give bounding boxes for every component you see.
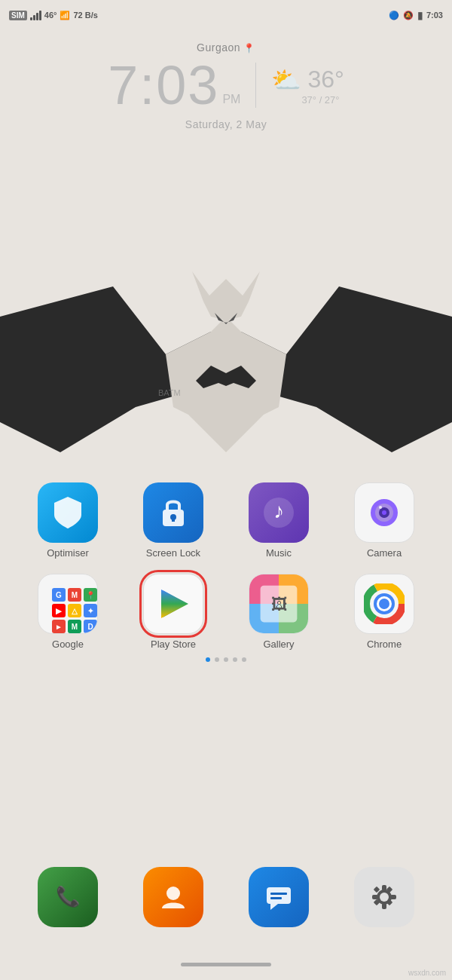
app-label-screenlock: Screen Lock xyxy=(146,547,200,559)
dock-icon-contacts xyxy=(143,867,203,927)
phone-icon: 📞 xyxy=(52,881,84,913)
app-music[interactable]: ♪ Music xyxy=(237,482,320,559)
carrier-label: SIM xyxy=(9,11,27,20)
notification-bell-icon: 🔕 xyxy=(403,11,414,20)
music-note-icon: ♪ xyxy=(261,495,296,530)
network-speed: 72 B/s xyxy=(73,11,97,20)
clock-weather-divider xyxy=(255,63,256,108)
clock-ampm: PM xyxy=(222,93,240,106)
settings-gear-icon xyxy=(365,877,404,917)
app-row-1: Optimiser Screen Lock ♪ Music xyxy=(15,482,437,559)
page-dot-5[interactable] xyxy=(242,657,246,662)
app-playstore[interactable]: Play Store xyxy=(132,574,215,650)
clock-weather-row: 7:03 PM ⛅ 36° 37° / 27° xyxy=(0,58,452,112)
google-g-icon: G xyxy=(52,588,66,602)
svg-rect-37 xyxy=(372,895,378,899)
dock-icon-messages xyxy=(249,867,309,927)
app-label-gallery: Gallery xyxy=(263,639,294,650)
dock-icon-phone: 📞 xyxy=(38,867,98,927)
battery-icon: ▮ xyxy=(417,10,423,21)
app-icon-google: G M 📍 ▶ △ ✦ ► M D xyxy=(38,574,98,634)
app-icon-optimiser xyxy=(38,482,98,543)
home-bar[interactable] xyxy=(181,963,271,966)
gmail-icon: M xyxy=(68,588,81,602)
weather-temp: 36° xyxy=(307,66,344,93)
play-movies-icon: ► xyxy=(52,620,66,633)
contacts-icon xyxy=(157,881,189,913)
app-google[interactable]: G M 📍 ▶ △ ✦ ► M D Google xyxy=(26,574,109,650)
app-grid: Optimiser Screen Lock ♪ Music xyxy=(0,482,452,665)
app-label-camera: Camera xyxy=(367,547,402,559)
location-text: Gurgaon xyxy=(197,41,240,54)
svg-rect-38 xyxy=(390,895,396,899)
app-label-chrome: Chrome xyxy=(367,639,402,650)
dock-icon-settings xyxy=(354,867,414,927)
photos-icon: ✦ xyxy=(84,604,97,617)
app-label-music: Music xyxy=(266,547,292,559)
svg-rect-31 xyxy=(270,893,287,895)
app-camera[interactable]: Camera xyxy=(343,482,426,559)
widget-area: Gurgaon 📍 7:03 PM ⛅ 36° 37° / 27° Saturd… xyxy=(0,41,452,130)
watermark: wsxdn.com xyxy=(408,969,446,977)
batman-wallpaper: BATM xyxy=(0,256,452,498)
svg-point-26 xyxy=(379,599,389,609)
wifi-icon: 📶 xyxy=(60,11,70,20)
app-icon-chrome xyxy=(354,574,414,634)
app-gallery[interactable]: 🖼 Gallery xyxy=(237,574,320,650)
clock-time: 7:03 xyxy=(108,58,219,112)
shield-icon xyxy=(51,494,84,531)
meet-icon: M xyxy=(68,620,81,633)
svg-point-34 xyxy=(380,893,389,902)
status-bar: SIM 46° 📶 72 B/s 🔵 🔕 ▮ 7:03 xyxy=(0,0,452,30)
app-icon-playstore xyxy=(143,574,203,634)
signal-bars xyxy=(30,10,41,20)
carrier-speed: 46° xyxy=(44,11,57,20)
app-icon-music: ♪ xyxy=(249,482,309,543)
gallery-icon: 🖼 xyxy=(249,574,308,634)
weather-cloud-icon: ⛅ xyxy=(271,66,301,94)
status-right: 🔵 🔕 ▮ 7:03 xyxy=(389,10,443,21)
app-row-2: G M 📍 ▶ △ ✦ ► M D Google xyxy=(15,574,437,650)
status-left: SIM 46° 📶 72 B/s xyxy=(9,10,98,20)
app-chrome[interactable]: Chrome xyxy=(343,574,426,650)
svg-point-10 xyxy=(382,510,386,515)
svg-marker-30 xyxy=(270,904,278,910)
status-time: 7:03 xyxy=(426,11,443,20)
app-optimiser[interactable]: Optimiser xyxy=(26,482,109,559)
google-folder-grid: G M 📍 ▶ △ ✦ ► M D xyxy=(46,582,90,626)
dock: 📞 xyxy=(0,867,452,927)
dock-contacts[interactable] xyxy=(132,867,215,927)
dock-settings[interactable] xyxy=(343,867,426,927)
batman-svg: BATM xyxy=(0,256,452,498)
date-row: Saturday, 2 May xyxy=(0,118,452,130)
dock-messages[interactable] xyxy=(237,867,320,927)
location-pin-icon: 📍 xyxy=(243,43,255,54)
page-dot-3[interactable] xyxy=(224,657,228,662)
app-screenlock[interactable]: Screen Lock xyxy=(132,482,215,559)
play-store-icon xyxy=(154,584,193,623)
messages-icon xyxy=(263,881,295,913)
app-label-optimiser: Optimiser xyxy=(47,547,89,559)
page-dot-1[interactable] xyxy=(206,657,210,662)
app-icon-camera xyxy=(354,482,414,543)
svg-rect-32 xyxy=(270,897,282,899)
clock-section: 7:03 PM xyxy=(108,58,240,112)
svg-rect-4 xyxy=(172,517,175,522)
weather-section: ⛅ 36° 37° / 27° xyxy=(271,66,344,106)
youtube-icon: ▶ xyxy=(52,604,66,617)
page-dots xyxy=(0,657,452,662)
svg-rect-36 xyxy=(382,903,386,909)
svg-point-28 xyxy=(166,887,180,900)
maps-icon: 📍 xyxy=(84,588,97,602)
svg-text:♪: ♪ xyxy=(273,499,284,522)
location-row: Gurgaon 📍 xyxy=(0,41,452,54)
svg-rect-29 xyxy=(267,887,291,904)
dock-phone[interactable]: 📞 xyxy=(26,867,109,927)
weather-temp-row: ⛅ 36° xyxy=(271,66,344,94)
svg-point-11 xyxy=(379,506,382,509)
svg-rect-35 xyxy=(382,885,386,891)
drive-icon: △ xyxy=(68,604,81,617)
page-dot-2[interactable] xyxy=(215,657,219,662)
svg-text:BATM: BATM xyxy=(158,388,181,397)
page-dot-4[interactable] xyxy=(233,657,237,662)
